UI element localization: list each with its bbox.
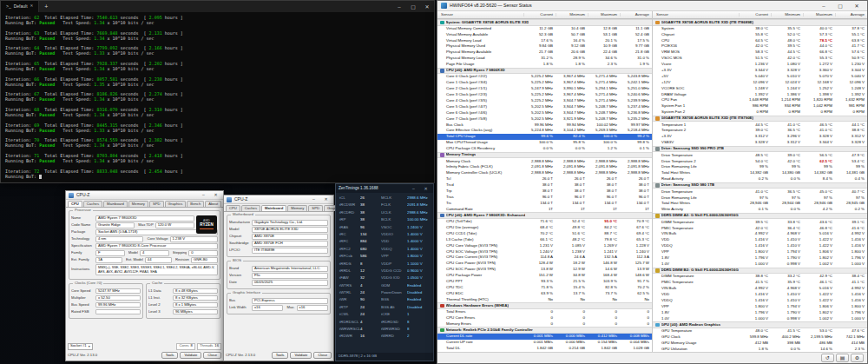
socket-selector[interactable]: Socket #1 ▾ — [68, 343, 93, 350]
tab-cpu[interactable]: CPU — [68, 201, 82, 207]
close-button[interactable]: ✕ — [850, 3, 864, 9]
sensor-row[interactable]: CPU SOC Voltage (SVI3 TFN)1.240 V1.238 V… — [437, 248, 652, 255]
sensor-row[interactable]: CPU Fan1,648 RPM1,214 RPM1,820 RPM1,632 … — [653, 97, 867, 103]
sensor-row[interactable]: +3.3V3.312 V3.296 V3.328 V3.312 V — [653, 134, 867, 140]
sensor-group-header[interactable]: Network: Realtek PCIe 2.5GbE Family Cont… — [437, 327, 652, 334]
sensor-row[interactable]: Drive Remaining Life97 %97 %97 %97 % — [653, 195, 867, 201]
sensor-row[interactable]: Drive Temperature48.5 °C39.0 °C56.5 °C47… — [653, 152, 867, 158]
sensor-row[interactable]: VIN Bulk4.992 V4.968 V5.016 V4.992 V — [653, 231, 867, 237]
sensor-row[interactable]: VDD1.416 V1.410 V1.422 V1.416 V — [653, 237, 867, 243]
sensor-row[interactable]: Thermal Throttling (HTC)NoNoNoNo — [437, 296, 652, 302]
column-header[interactable]: Maximum — [803, 13, 835, 17]
sensor-row[interactable]: Page File Usage1.8 %1.8 %2.3 %1.9 % — [437, 62, 652, 68]
column-header-sensor[interactable]: Sensor — [437, 13, 523, 17]
cpuz2-titlebar[interactable]: CPU-Z – ✕ — [224, 195, 333, 204]
sensor-row[interactable]: Command Rate1T1T1T1T — [437, 206, 652, 212]
sensor-row[interactable]: Drive Remaining Life99 %99 %99 %99 % — [653, 164, 867, 170]
sensor-group-header[interactable]: GPU [#0]: AMD Radeon Graphics — [653, 321, 867, 328]
sensor-row[interactable]: PMIC Temperature41.5 °C35.9 °C46.1 °C41.… — [653, 280, 867, 286]
sensor-row[interactable]: Max CPU/Thread Usage100.0 %95.8 %100.0 %… — [437, 140, 652, 146]
sensor-group-header[interactable]: Drive: Samsung SSD 980 1TB — [653, 182, 867, 189]
sensor-row[interactable]: Virtual Memory Committed11.2 GB10.4 GB12… — [437, 26, 652, 32]
sensor-row[interactable]: DRAM Voltage1.392 V1.386 V1.398 V1.392 V — [653, 91, 867, 97]
sensor-group-header[interactable]: DDR5 DIMM B2: G Skill F5-6000J2636H16G — [653, 268, 867, 275]
sensor-row[interactable]: Drive Temperature 254.0 °C42.0 °C62.5 °C… — [653, 158, 867, 164]
tab-spd[interactable]: SPD — [149, 201, 164, 207]
sensor-row[interactable]: CPU Package Power151.2 W34.8 W168.4 W148… — [437, 273, 652, 279]
sensor-row[interactable]: CPU EDC63.9 %13.7 %73.7 %62.5 % — [437, 291, 652, 297]
tab-caches[interactable]: Caches — [241, 205, 260, 211]
minimize-button[interactable]: – — [199, 193, 208, 197]
sensor-row[interactable]: Core 3 Clock (perf #2/3)5,225.2 MHz3,967… — [437, 92, 652, 98]
tab-memory[interactable]: Memory — [128, 201, 148, 207]
sensor-group-header[interactable]: Memory Timings — [437, 152, 652, 159]
sensor-row[interactable]: L3 Cache (Tdie)66.1 °C48.2 °C79.8 °C65.3… — [437, 237, 652, 243]
sensor-row[interactable]: System38.0 °C35.5 °C40.0 °C37.8 °C — [653, 26, 867, 32]
column-header[interactable]: Minimum — [771, 13, 803, 17]
sensor-row[interactable]: Total Host Writes28,946 GB28,944 GB28,94… — [653, 201, 867, 207]
cpuz1-titlebar[interactable]: CPU-Z – ✕ — [66, 191, 223, 200]
sensor-row[interactable]: PCIEX1642.0 °C39.5 °C44.0 °C41.7 °C — [653, 43, 867, 50]
sensor-row[interactable]: +3.3V3.344 V3.328 V3.360 V3.344 V — [653, 68, 867, 74]
tab-mainboard[interactable]: Mainboard — [103, 201, 128, 207]
sensor-row[interactable]: GPU Utilization1.8 %0.0 %14.6 %2.3 % — [653, 346, 867, 352]
tab-about[interactable]: About — [205, 201, 221, 207]
sensor-row[interactable]: VPP1.800 V1.794 V1.806 V1.800 V — [653, 304, 867, 310]
terminal-tab[interactable]: >_ Default ✕ — [1, 1, 39, 12]
tools-button[interactable]: Tools — [272, 352, 289, 360]
sensor-row[interactable]: Total Errors0000 — [437, 309, 652, 315]
sensor-row[interactable]: CPU Die (average)68.4 °C49.8 °C84.2 °C67… — [437, 225, 652, 231]
sensor-row[interactable]: Current DL rate0.001 MB/s0.000 MB/s0.412… — [437, 334, 652, 340]
sensor-row[interactable]: Memory Controller Clock (UCLK)2,988.8 MH… — [437, 170, 652, 176]
sensor-row[interactable]: Physical Memory Available21.7 GB20.6 GB2… — [437, 50, 652, 56]
sensor-row[interactable]: Physical Memory Used9.84 GB9.12 GB10.9 G… — [437, 43, 652, 50]
sensor-row[interactable]: VDDQ1.416 V1.410 V1.422 V1.416 V — [653, 298, 867, 304]
sensor-group-header[interactable]: CPU [#0]: AMD Ryzen 7 9800X3D: Enhanced — [437, 212, 652, 219]
sensor-row[interactable]: VSOC MOS51.5 °C42.0 °C55.3 °C50.9 °C — [653, 56, 867, 62]
minimize-button[interactable]: – — [309, 197, 319, 202]
sensor-row[interactable]: 1.8V1.796 V1.790 V1.802 V1.796 V — [653, 309, 867, 315]
sensor-row[interactable]: Trc134.0 T134.0 T134.0 T134.0 T — [437, 201, 652, 207]
tab-cpu[interactable]: CPU — [226, 205, 240, 211]
sensor-row[interactable]: CPU TDC71.8 %15.4 %82.8 %70.2 % — [437, 285, 652, 291]
sensor-row[interactable]: PMIC Temperature42.0 °C36.4 °C46.8 °C41.… — [653, 225, 867, 231]
sensor-row[interactable]: VSB3V3.328 V3.312 V3.344 V3.328 V — [653, 140, 867, 146]
column-header-sensor[interactable]: Sensor — [653, 13, 739, 17]
sensor-row[interactable]: Drive Temperature41.0 °C36.5 °C45.0 °C40… — [653, 189, 867, 195]
tab-spd[interactable]: SPD — [308, 205, 323, 211]
sensor-row[interactable]: 1.0V1.000 V0.998 V1.002 V1.000 V — [653, 261, 867, 268]
sensor-row[interactable]: DIMM Temperature39.5 °C33.8 °C43.6 °C39.… — [653, 219, 867, 225]
sensor-row[interactable]: Core 1 Clock (perf #3/4)5,225.2 MHz3,967… — [437, 80, 652, 86]
maximize-button[interactable]: ▢ — [406, 4, 420, 10]
close-window-button[interactable]: Close — [313, 352, 332, 360]
sensor-row[interactable]: +5V5.040 V5.010 V5.070 V5.040 V — [653, 74, 867, 80]
tab-caches[interactable]: Caches — [83, 201, 102, 207]
sensor-row[interactable]: VRM MOS58.3 °C44.5 °C66.8 °C57.6 °C — [653, 50, 867, 56]
sensor-row[interactable]: VCORE SOC1.248 V1.244 V1.252 V1.248 V — [653, 85, 867, 91]
sensor-group-header[interactable]: GIGABYTE X870E AORUS ELITE X3D (ITE IT87… — [653, 116, 867, 122]
column-header[interactable]: Current — [739, 13, 771, 17]
zentimings-titlebar[interactable]: ZenTimings 1.36.1688 – ✕ — [336, 184, 433, 193]
sensor-row[interactable]: Read Activity0.2 %0.0 %8.4 %0.4 % — [653, 176, 867, 182]
minimize-button[interactable]: – — [409, 187, 418, 191]
tab-close-icon[interactable]: ✕ — [30, 4, 34, 9]
sensor-row[interactable]: +12V12.096 V12.024 V12.168 V12.096 V — [653, 80, 867, 86]
validate-button[interactable]: Validate — [180, 352, 201, 360]
sensor-row[interactable]: Core 6 Clock (perf #4/6)5,202.5 MHz3,944… — [437, 110, 652, 116]
sensor-row[interactable]: GPU Memory Usage412 MB398 MB486 MB414 MB — [653, 340, 867, 346]
sensor-row[interactable]: Core 4 Clock (perf #3/5)5,225.2 MHz3,944… — [437, 98, 652, 104]
reset-values-icon[interactable]: ↺ — [821, 354, 834, 362]
sensor-row[interactable]: Write Activity0.1 %0.0 %4.2 %0.2 % — [653, 207, 867, 213]
sensor-row[interactable]: Core 0 Clock (perf #2/2)5,225.2 MHz3,967… — [437, 74, 652, 80]
column-header[interactable]: Maximum — [588, 13, 620, 17]
sensor-row[interactable]: CPU PPT93.3 %21.5 %103.9 %91.7 % — [437, 279, 652, 285]
sensor-row[interactable]: Physical Memory Load31.2 %28.9 %34.6 %31… — [437, 56, 652, 62]
sensor-row[interactable]: Temperature 239.0 °C36.5 °C41.0 °C38.8 °… — [653, 128, 867, 134]
close-button[interactable]: ✕ — [211, 193, 220, 197]
sensor-row[interactable]: Current UP rate0.001 MB/s0.000 MB/s0.154… — [437, 340, 652, 346]
sensor-row[interactable]: Total DL1.842 GB0.214 GB1.842 GB1.028 GB — [437, 346, 652, 352]
sensor-row[interactable]: CPU SOC Power (SVI3 TFN)13.8 W12.9 W14.6… — [437, 267, 652, 273]
sensor-row[interactable]: System Fan 1986 RPM934 RPM1,042 RPM981 R… — [653, 103, 867, 109]
close-button[interactable]: ✕ — [321, 197, 331, 202]
sensor-row[interactable]: Vcore1.236 V1.080 V1.272 V1.230 V — [653, 62, 867, 68]
